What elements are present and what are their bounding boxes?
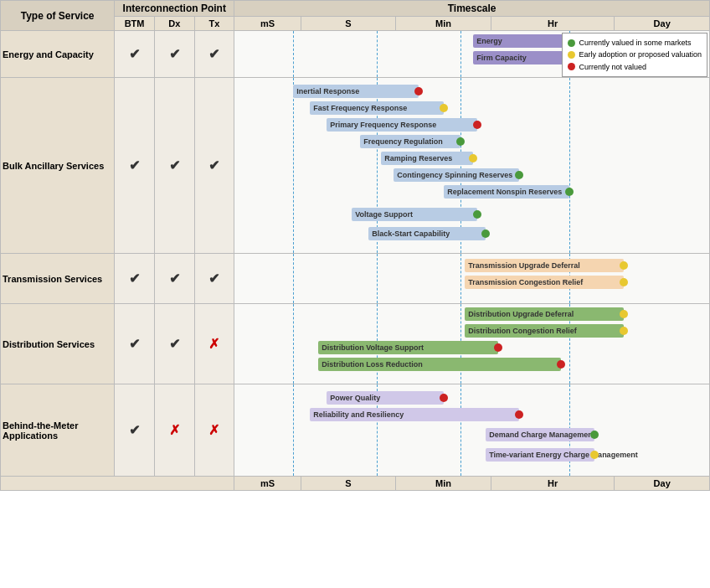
bar-label: Reliability and Resiliency — [313, 410, 404, 419]
service-bar: Voltage Support — [352, 208, 477, 221]
legend-box: Currently valued in some marketsEarly ad… — [562, 33, 707, 77]
timescale-header: Timescale — [234, 1, 710, 17]
service-bar: Time-variant Energy Charge Management — [486, 448, 594, 462]
bar-dot — [456, 137, 465, 146]
timescale-dashed-line — [293, 254, 294, 303]
service-bar: Contingency Spinning Reserves — [394, 168, 519, 182]
service-name-cell: Behind-the-Meter Applications — [1, 384, 115, 477]
bottom-day: Day — [615, 477, 710, 491]
timeline-cell: Distribution Upgrade DeferralDistributio… — [234, 304, 710, 384]
service-bar: Inertial Response — [293, 85, 419, 98]
timescale-dashed-line — [293, 304, 294, 384]
bar-dot — [494, 343, 502, 352]
bottom-hr: Hr — [491, 477, 615, 491]
bar-dot — [620, 310, 628, 318]
bottom-min: Min — [396, 477, 491, 491]
bar-label: Transmission Upgrade Deferral — [468, 261, 580, 270]
bar-dot — [565, 188, 574, 196]
service-bar: Transmission Congestion Relief — [465, 276, 624, 289]
dx-cell: ✔ — [154, 31, 194, 78]
day-header: Day — [615, 17, 710, 31]
legend-dot — [568, 63, 575, 70]
dx-header: Dx — [154, 17, 194, 31]
bar-label: Energy — [476, 37, 502, 45]
legend-item: Early adoption or proposed valuation — [568, 49, 702, 60]
tx-cell: ✔ — [194, 254, 234, 304]
bar-dot — [414, 87, 423, 95]
service-bar: Power Quality — [327, 391, 444, 405]
tx-header: Tx — [194, 17, 234, 31]
btm-cell: ✔ — [115, 254, 155, 304]
main-table: Type of Service Interconnection Point Ti… — [0, 0, 710, 491]
bar-dot — [473, 121, 481, 129]
bar-label: Demand Charge Management — [489, 431, 595, 439]
bar-dot — [481, 230, 490, 238]
service-bar: Distribution Upgrade Deferral — [465, 307, 624, 321]
service-row: Energy and Capacity✔✔✔EnergyFirm Capacit… — [1, 31, 710, 78]
timescale-dashed-line — [293, 78, 294, 253]
service-bar: Distribution Loss Reduction — [318, 358, 561, 371]
legend-text: Currently not valued — [579, 61, 646, 73]
btm-cell: ✔ — [115, 304, 155, 384]
bottom-s: S — [301, 477, 396, 491]
service-name-cell: Bulk Ancillary Services — [1, 78, 115, 254]
timeline-cell: EnergyFirm CapacityCurrently valued in s… — [234, 31, 710, 78]
bar-label: Time-variant Energy Charge Management — [489, 451, 637, 459]
legend-text: Currently valued in some markets — [579, 37, 691, 49]
bar-dot — [440, 104, 448, 112]
bar-dot — [620, 278, 628, 286]
bar-dot — [515, 410, 523, 419]
timescale-dashed-line — [569, 78, 570, 253]
service-bar: Primary Frequency Response — [327, 118, 477, 132]
service-bar: Replacement Nonspin Reserves — [444, 185, 569, 199]
legend-item: Currently valued in some markets — [568, 37, 702, 49]
btm-cell: ✔ — [115, 31, 155, 78]
btm-header: BTM — [115, 17, 155, 31]
service-row: Transmission Services✔✔✔Transmission Upg… — [1, 254, 710, 304]
dx-cell: ✗ — [154, 384, 194, 477]
bar-label: Inertial Response — [296, 87, 359, 95]
service-name-cell: Energy and Capacity — [1, 31, 115, 78]
bar-dot — [620, 327, 628, 335]
service-bar: Fast Frequency Response — [310, 101, 444, 115]
type-of-service-header: Type of Service — [1, 1, 115, 31]
bar-label: Primary Frequency Response — [330, 121, 436, 129]
hr-header: Hr — [491, 17, 615, 31]
btm-cell: ✔ — [115, 78, 155, 254]
legend-item: Currently not valued — [568, 61, 702, 73]
service-bar: Distribution Voltage Support — [318, 341, 498, 354]
service-row: Behind-the-Meter Applications✔✗✗Power Qu… — [1, 384, 710, 477]
legend-dot — [568, 39, 575, 47]
service-row: Bulk Ancillary Services✔✔✔Inertial Respo… — [1, 78, 710, 254]
interconnection-point-header: Interconnection Point — [115, 1, 234, 17]
service-row: Distribution Services✔✔✗Distribution Upg… — [1, 304, 710, 384]
bar-label: Replacement Nonspin Reserves — [447, 188, 562, 196]
timescale-dashed-line — [377, 31, 378, 77]
tx-cell: ✔ — [194, 78, 234, 254]
ms-header: mS — [234, 17, 301, 31]
min-header: Min — [396, 17, 491, 31]
timescale-dashed-line — [293, 31, 294, 77]
tx-cell: ✔ — [194, 31, 234, 78]
bar-label: Fast Frequency Response — [313, 104, 407, 112]
bottom-empty — [1, 477, 234, 491]
bar-label: Distribution Congestion Relief — [468, 327, 577, 335]
legend-dot — [568, 51, 575, 59]
service-bar: Ramping Reserves — [381, 152, 473, 165]
bar-dot — [469, 154, 477, 162]
service-name-cell: Distribution Services — [1, 304, 115, 384]
dx-cell: ✔ — [154, 304, 194, 384]
dx-cell: ✔ — [154, 78, 194, 254]
bar-label: Distribution Upgrade Deferral — [468, 310, 574, 318]
bar-label: Frequency Regulation — [363, 137, 443, 146]
bar-label: Voltage Support — [355, 210, 413, 219]
tx-cell: ✗ — [194, 304, 234, 384]
bar-dot — [473, 210, 481, 219]
timeline-cell: Transmission Upgrade DeferralTransmissio… — [234, 254, 710, 304]
bar-label: Contingency Spinning Reserves — [397, 171, 512, 179]
timescale-dashed-line — [460, 31, 461, 77]
bottom-ms: mS — [234, 477, 301, 491]
timescale-dashed-line — [460, 384, 461, 476]
dx-cell: ✔ — [154, 254, 194, 304]
bar-label: Ramping Reserves — [384, 154, 452, 162]
